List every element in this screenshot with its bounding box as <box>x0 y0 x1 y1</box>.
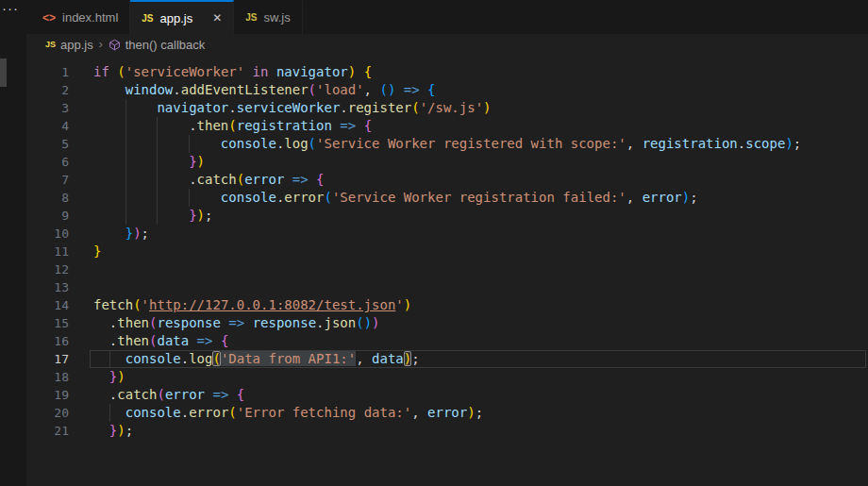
token: then <box>197 118 229 133</box>
code-line-content[interactable]: .then(data => { <box>69 332 868 350</box>
tab-label: sw.js <box>264 10 291 25</box>
token: catch <box>117 387 157 402</box>
code-line-content[interactable]: .catch(error => { <box>69 171 868 189</box>
code-line-content[interactable]: fetch('http://127.0.0.1:8082/test.json') <box>69 296 868 314</box>
code-line-content[interactable]: }) <box>69 153 868 171</box>
close-icon[interactable]: ✕ <box>212 12 222 24</box>
token <box>93 208 189 223</box>
line-number[interactable]: 11 <box>26 243 69 260</box>
token: . <box>228 100 236 115</box>
code-line[interactable]: 3 navigator.serviceWorker.register('/sw.… <box>26 99 868 117</box>
code-line-content[interactable]: if ('serviceWorker' in navigator) { <box>69 63 868 81</box>
code-line[interactable]: 10 }); <box>26 225 868 243</box>
code-line[interactable]: 19 .catch(error => { <box>26 386 868 404</box>
line-number[interactable]: 19 <box>26 386 69 404</box>
code-line[interactable]: 20 console.error('Error fetching data:',… <box>26 404 868 422</box>
code-line-content[interactable]: console.log('Data from API1:', data); <box>69 350 868 368</box>
code-line-content[interactable]: }); <box>69 422 868 440</box>
line-number[interactable]: 6 <box>26 153 69 171</box>
code-line-content[interactable]: } <box>69 243 868 260</box>
code-line-content[interactable]: navigator.serviceWorker.register('/sw.js… <box>69 99 868 117</box>
code-line[interactable]: 16 .then(data => { <box>26 332 868 350</box>
code-line[interactable]: 8 console.error('Service Worker registra… <box>26 189 868 207</box>
code-line[interactable]: 13 <box>26 278 868 296</box>
token: ) <box>404 297 411 312</box>
code-line-content[interactable]: }) <box>69 368 868 386</box>
code-line-content[interactable]: }); <box>69 225 868 243</box>
line-number[interactable]: 13 <box>26 278 69 296</box>
line-number[interactable]: 1 <box>26 63 69 81</box>
line-number[interactable]: 10 <box>26 225 69 243</box>
token: => <box>197 333 213 348</box>
token: ( <box>309 82 316 97</box>
code-line[interactable]: 7 .catch(error => { <box>26 171 868 189</box>
code-line[interactable]: 18 }) <box>26 368 868 386</box>
code-line[interactable]: 21 }); <box>26 422 868 440</box>
line-number[interactable]: 18 <box>26 368 69 386</box>
token: then <box>117 315 149 330</box>
indent-guide <box>125 99 126 117</box>
code-line[interactable]: 6 }) <box>26 153 868 171</box>
code-line-content[interactable]: .then(registration => { <box>69 117 868 135</box>
tab-index-html[interactable]: <> index.html <box>31 0 130 34</box>
breadcrumb-symbol[interactable]: then() callback <box>108 38 206 52</box>
indent-guide <box>189 189 190 207</box>
token: } <box>125 226 133 241</box>
line-number[interactable]: 15 <box>26 314 69 332</box>
left-strip-scrollbar-thumb[interactable] <box>0 59 7 87</box>
line-number[interactable]: 12 <box>26 260 69 278</box>
code-line-content[interactable]: console.log('Service Worker registered w… <box>69 135 868 153</box>
code-line-content[interactable]: window.addEventListener('load', () => { <box>69 81 868 99</box>
breadcrumb-file-label: app.js <box>60 38 93 52</box>
token <box>244 64 252 79</box>
code-line-content[interactable]: console.error('Error fetching data:', er… <box>69 404 868 422</box>
tab-sw-js[interactable]: JS sw.js <box>234 0 302 34</box>
code-line[interactable]: 2 window.addEventListener('load', () => … <box>26 81 868 99</box>
line-number[interactable]: 17 <box>26 350 69 368</box>
token: ) <box>348 64 356 79</box>
token: console <box>125 351 181 366</box>
code-line-content[interactable]: }); <box>69 207 868 225</box>
indent-guide <box>157 207 158 225</box>
line-number[interactable]: 5 <box>26 135 69 153</box>
code-line[interactable]: 4 .then(registration => { <box>26 117 868 135</box>
line-number[interactable]: 7 <box>26 171 69 189</box>
code-line-content[interactable] <box>69 260 868 278</box>
token <box>420 82 427 97</box>
line-number[interactable]: 2 <box>26 81 69 99</box>
token: 'Data from API1:' <box>221 351 356 366</box>
code-lines-container: 1if ('serviceWorker' in navigator) {2 wi… <box>26 63 868 440</box>
line-number[interactable]: 3 <box>26 99 69 117</box>
code-line[interactable]: 5 console.log('Service Worker registered… <box>26 135 868 153</box>
token: . <box>93 333 117 348</box>
code-line-content[interactable]: .then(response => response.json()) <box>69 314 868 332</box>
token: error <box>284 190 324 205</box>
code-editor[interactable]: 1if ('serviceWorker' in navigator) {2 wi… <box>26 55 868 486</box>
line-number[interactable]: 9 <box>26 207 69 225</box>
line-number[interactable]: 14 <box>26 296 69 314</box>
token: { <box>364 64 372 79</box>
code-line-content[interactable]: .catch(error => { <box>69 386 868 404</box>
code-line[interactable]: 12 <box>26 260 868 278</box>
line-number[interactable]: 21 <box>26 422 69 440</box>
token: registration <box>643 136 738 151</box>
code-line[interactable]: 1if ('serviceWorker' in navigator) { <box>26 63 868 81</box>
code-line[interactable]: 17 console.log('Data from API1:', data); <box>26 350 868 368</box>
token <box>309 172 316 187</box>
code-line[interactable]: 14fetch('http://127.0.0.1:8082/test.json… <box>26 296 868 314</box>
code-line-content[interactable]: console.error('Service Worker registrati… <box>69 189 868 207</box>
overflow-menu-icon[interactable]: ··· <box>2 0 19 16</box>
code-line[interactable]: 15 .then(response => response.json()) <box>26 314 868 332</box>
token: { <box>364 118 372 133</box>
line-number[interactable]: 16 <box>26 332 69 350</box>
line-number[interactable]: 4 <box>26 117 69 135</box>
code-line[interactable]: 9 }); <box>26 207 868 225</box>
code-line-content[interactable] <box>69 278 868 296</box>
code-line[interactable]: 11} <box>26 243 868 260</box>
line-number[interactable]: 20 <box>26 404 69 422</box>
tab-app-js[interactable]: JS app.js ✕ <box>130 0 234 34</box>
token: window <box>125 82 174 97</box>
token <box>93 369 109 384</box>
breadcrumb-file[interactable]: JS app.js <box>45 38 93 52</box>
line-number[interactable]: 8 <box>26 189 69 207</box>
